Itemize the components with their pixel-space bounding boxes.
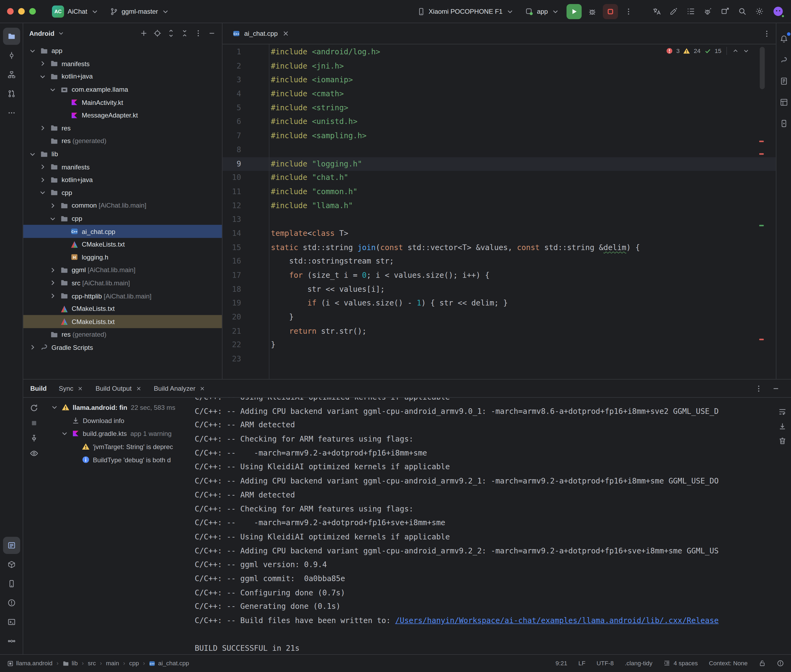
open-in-window-button[interactable]: [721, 7, 729, 16]
build-output-path-link[interactable]: /Users/hanyin/Workspace/ai-chat/examples…: [395, 616, 719, 625]
code-line[interactable]: 9#include "logging.h": [223, 157, 776, 171]
device-selector[interactable]: Xiaomi POCOPHONE F1: [413, 5, 518, 18]
project-view-selector[interactable]: Android: [29, 30, 55, 37]
code-line[interactable]: 20 }: [223, 310, 776, 325]
tree-item-com-example-llama[interactable]: com.example.llama: [23, 83, 222, 96]
line-number[interactable]: 6: [223, 115, 241, 129]
status-context-none[interactable]: Context: None: [709, 660, 748, 667]
build-cube-button[interactable]: [3, 556, 20, 573]
collapse-all-button[interactable]: [181, 29, 189, 37]
chevron-right-icon[interactable]: [48, 202, 57, 210]
code-line[interactable]: 16 std::ostringstream str;: [223, 254, 776, 269]
soft-wrap-button[interactable]: [778, 408, 786, 416]
debug-button[interactable]: [584, 4, 600, 19]
notifications-button[interactable]: [778, 33, 789, 45]
editor-tab-ai-chat-cpp[interactable]: C++ ai_chat.cpp: [228, 23, 294, 44]
inspections-widget[interactable]: 3 24 15: [666, 47, 749, 55]
tree-item-gradle-scripts[interactable]: Gradle Scripts: [23, 341, 222, 354]
version-control-button[interactable]: [3, 632, 20, 650]
tree-item-cpp[interactable]: cpp: [23, 186, 222, 199]
hide-button[interactable]: [208, 29, 216, 37]
more-tools-button[interactable]: [3, 104, 20, 122]
status-utf-8[interactable]: UTF-8: [597, 660, 614, 667]
device-manager-button[interactable]: [3, 575, 20, 592]
line-number[interactable]: 13: [223, 213, 241, 227]
terminal-button[interactable]: [3, 613, 20, 630]
chevron-right-icon[interactable]: [48, 279, 57, 287]
ai-mascot-button[interactable]: [772, 6, 784, 17]
code-line[interactable]: 21 return str.str();: [223, 325, 776, 339]
breadcrumb-cpp[interactable]: cpp: [129, 660, 139, 667]
zoom-button[interactable]: [29, 8, 36, 14]
build-tab-build-output[interactable]: Build Output: [96, 384, 142, 392]
project-folder-button[interactable]: [3, 28, 20, 45]
line-number[interactable]: 17: [223, 269, 241, 283]
tree-item-res[interactable]: res (generated): [23, 328, 222, 341]
code-line[interactable]: 13: [223, 213, 776, 227]
stop-square-button[interactable]: [30, 419, 38, 427]
chevron-down-icon[interactable]: [38, 189, 47, 197]
chevron-down-icon[interactable]: [38, 73, 47, 81]
device-explorer-button[interactable]: [778, 75, 789, 87]
tree-item-messageadapter-kt[interactable]: MessageAdapter.kt: [23, 109, 222, 122]
stop-button[interactable]: [603, 4, 618, 19]
tree-item-kotlin-java[interactable]: kotlin+java: [23, 173, 222, 186]
sync-item-jvmtarget-string-is-deprec[interactable]: 'jvmTarget: String' is deprec: [44, 440, 192, 453]
line-number[interactable]: 20: [223, 310, 241, 325]
run-config-selector[interactable]: app: [521, 5, 563, 18]
code-line[interactable]: 18 str << values[i];: [223, 283, 776, 297]
code-line[interactable]: 5#include <string>: [223, 101, 776, 115]
tree-item-cmakelists-txt[interactable]: CMakeLists.txt: [23, 302, 222, 315]
line-number[interactable]: 19: [223, 297, 241, 310]
plus-button[interactable]: [140, 29, 148, 37]
tree-item-cmakelists-txt[interactable]: CMakeLists.txt: [23, 238, 222, 251]
line-number[interactable]: 9: [223, 157, 241, 171]
line-number[interactable]: 4: [223, 87, 241, 101]
chevron-right-icon[interactable]: [48, 292, 57, 300]
chevron-right-icon[interactable]: [48, 266, 57, 274]
code-line[interactable]: 14template<class T>: [223, 227, 776, 241]
status-lock-open[interactable]: [759, 660, 766, 667]
branch-selector[interactable]: ggml-master: [106, 5, 174, 18]
ai-bug-button[interactable]: [704, 7, 712, 16]
code-line[interactable]: 22}: [223, 339, 776, 352]
chevron-down-icon[interactable]: [57, 30, 64, 37]
tree-item-src[interactable]: src [AiChat.lib.main]: [23, 277, 222, 290]
code-line[interactable]: 12#include "llama.h": [223, 199, 776, 213]
expand-all-button[interactable]: [167, 29, 175, 37]
previous-problem-icon[interactable]: [732, 47, 739, 54]
line-number[interactable]: 11: [223, 185, 241, 199]
code-line[interactable]: 2#include <jni.h>: [223, 59, 776, 74]
close-tab-icon[interactable]: [282, 30, 289, 37]
line-number[interactable]: 5: [223, 101, 241, 115]
code-line[interactable]: 10#include "chat.h": [223, 171, 776, 185]
breadcrumb-ai-chat-cpp[interactable]: C++ai_chat.cpp: [149, 660, 189, 667]
pull-requests-button[interactable]: [3, 85, 20, 102]
layout-inspector-button[interactable]: [778, 96, 789, 108]
build-console[interactable]: C/C++: -- Using KleidiAI optimized kerne…: [192, 398, 791, 654]
error-stripe-mark[interactable]: [759, 153, 764, 155]
running-devices-button[interactable]: [778, 117, 789, 130]
error-stripe-mark[interactable]: [759, 339, 764, 341]
tree-item-logging-h[interactable]: Hlogging.h: [23, 251, 222, 264]
tree-item-ggml[interactable]: ggml [AiChat.lib.main]: [23, 264, 222, 277]
line-number[interactable]: 7: [223, 129, 241, 143]
chevron-right-icon[interactable]: [28, 343, 37, 352]
breadcrumb-llama-android[interactable]: llama.android: [7, 660, 53, 667]
tree-item-ai-chat-cpp[interactable]: C++ai_chat.cpp: [23, 225, 222, 238]
locate-button[interactable]: [153, 29, 162, 37]
sync-item-llama-android-fin[interactable]: llama.android: fin22 sec, 583 ms: [44, 401, 192, 414]
task-list-button[interactable]: [687, 7, 695, 16]
chevron-down-icon[interactable]: [48, 214, 57, 222]
logcat-button[interactable]: [3, 537, 20, 554]
sync-item-download-info[interactable]: Download info: [44, 414, 192, 427]
code-line[interactable]: 11#include "common.h": [223, 185, 776, 199]
next-problem-icon[interactable]: [743, 47, 749, 54]
breadcrumb-lib[interactable]: lib: [63, 660, 78, 667]
tree-item-res[interactable]: res (generated): [23, 135, 222, 148]
gradle-button[interactable]: [778, 54, 789, 66]
breadcrumb-src[interactable]: src: [88, 660, 96, 667]
close-button[interactable]: [7, 8, 13, 14]
line-number[interactable]: 3: [223, 73, 241, 87]
status-9-21[interactable]: 9:21: [555, 660, 567, 667]
